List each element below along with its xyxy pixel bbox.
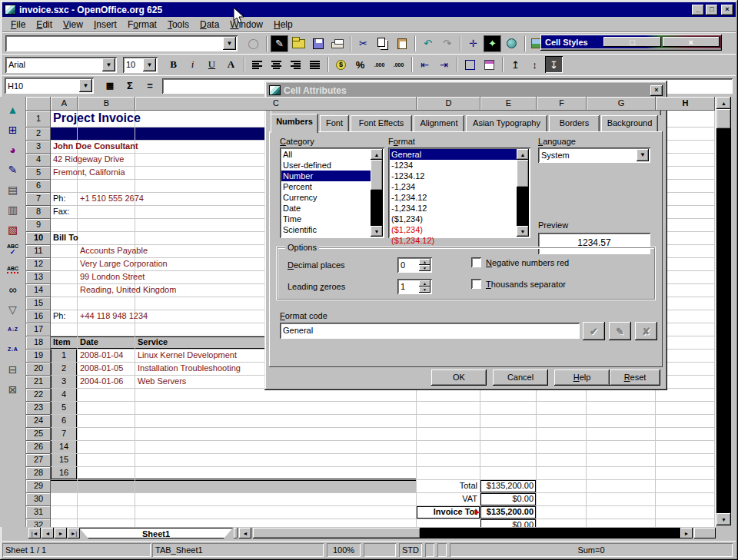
font-size-combobox[interactable]: 10 ▼: [123, 57, 158, 73]
cell-B30[interactable]: [78, 493, 135, 506]
cell-B31[interactable]: [78, 506, 135, 519]
cell-H26[interactable]: [656, 441, 715, 454]
cell-E32[interactable]: $0.00: [480, 519, 537, 527]
cell-A12[interactable]: [51, 258, 78, 271]
cell-E31[interactable]: $135,200.00: [480, 506, 537, 519]
cell-F31[interactable]: [537, 506, 587, 519]
cell-G22[interactable]: [587, 389, 656, 402]
row-header-27[interactable]: 27: [26, 454, 51, 467]
prev-sheet-button-icon[interactable]: ◄: [42, 528, 54, 538]
column-header-C[interactable]: C: [135, 97, 417, 111]
copy-icon[interactable]: [374, 35, 391, 52]
delete-decimal-icon[interactable]: .000: [390, 56, 407, 73]
apply-format-button[interactable]: ✔: [583, 322, 605, 340]
cell-C32[interactable]: [135, 519, 417, 527]
cell-B13[interactable]: 99 London Street: [78, 271, 135, 284]
redo-icon[interactable]: ↷: [438, 35, 456, 52]
cell-A23[interactable]: 5: [51, 402, 78, 415]
cell-B6[interactable]: [78, 180, 135, 193]
cell-B9[interactable]: [78, 219, 135, 232]
format-item-7[interactable]: ($1,234): [390, 224, 529, 235]
cell-C22[interactable]: [135, 389, 417, 402]
decimal-down-icon[interactable]: ▼: [419, 265, 430, 271]
row-header-22[interactable]: 22: [26, 389, 51, 402]
cell-A25[interactable]: 7: [51, 428, 78, 441]
cell-C27[interactable]: [135, 454, 417, 467]
cell-A14[interactable]: [51, 284, 78, 297]
cell-E29[interactable]: $135,200.00: [480, 480, 537, 493]
sum-icon[interactable]: Σ: [121, 78, 138, 94]
cell-F30[interactable]: [537, 493, 587, 506]
row-header-28[interactable]: 28: [26, 467, 51, 480]
tab-asian-typography[interactable]: Asian Typography: [466, 115, 547, 132]
column-header-G[interactable]: G: [587, 97, 656, 111]
cell-A2[interactable]: [51, 128, 78, 141]
tab-font-effects[interactable]: Font Effects: [351, 115, 412, 132]
cell-F23[interactable]: [537, 402, 587, 415]
hscroll-left-icon[interactable]: ◄: [239, 528, 251, 538]
stylist-icon[interactable]: ✦: [484, 35, 501, 52]
row-header-25[interactable]: 25: [26, 428, 51, 441]
dialog-titlebar[interactable]: Cell Attributes ×: [267, 83, 665, 98]
cell-B15[interactable]: [78, 297, 135, 310]
save-icon[interactable]: [309, 35, 327, 52]
leading-up-icon[interactable]: ▲: [419, 280, 430, 287]
reset-button[interactable]: Reset: [610, 369, 660, 386]
row-header-26[interactable]: 26: [26, 441, 51, 454]
cell-E27[interactable]: [480, 454, 537, 467]
cell-A4[interactable]: 42 Ridgeway Drive: [51, 154, 78, 167]
vertical-scroll-track[interactable]: [716, 129, 731, 513]
language-dropdown-icon[interactable]: ▼: [637, 149, 649, 161]
add-decimal-icon[interactable]: .000: [371, 56, 388, 73]
category-scrollbar[interactable]: ▲ ▼: [371, 149, 383, 237]
cell-B17[interactable]: [78, 323, 135, 336]
cell-A13[interactable]: [51, 271, 78, 284]
cell-A18[interactable]: Item: [51, 336, 78, 350]
align-bottom-icon[interactable]: ↧: [545, 56, 563, 73]
thousands-separator-checkbox-box[interactable]: [471, 279, 481, 289]
cell-B10[interactable]: [78, 232, 135, 245]
row-header-23[interactable]: 23: [26, 402, 51, 415]
auto-spellcheck-icon[interactable]: ABC: [3, 260, 23, 279]
cell-E24[interactable]: [480, 415, 537, 428]
tab-alignment[interactable]: Alignment: [414, 115, 464, 132]
cell-D29[interactable]: Total: [417, 480, 480, 493]
navigator-icon[interactable]: ✛: [464, 35, 482, 52]
horizontal-scroll-thumb[interactable]: [253, 528, 421, 538]
close-button[interactable]: ×: [721, 5, 733, 15]
cell-F22[interactable]: [537, 389, 587, 402]
cell-G25[interactable]: [587, 428, 656, 441]
cell-reference-box[interactable]: H10 ▼: [5, 78, 94, 94]
open-icon[interactable]: [290, 35, 308, 52]
cell-A16[interactable]: Ph:: [51, 310, 78, 323]
cell-B29[interactable]: [78, 480, 135, 493]
cell-G26[interactable]: [587, 441, 656, 454]
cell-B26[interactable]: [78, 441, 135, 454]
cell-G23[interactable]: [587, 402, 656, 415]
url-combobox[interactable]: ▼: [5, 35, 238, 51]
format-scroll-track[interactable]: [517, 187, 529, 226]
cell-H31[interactable]: [656, 506, 715, 519]
row-header-15[interactable]: 15: [26, 297, 51, 310]
cell-B19[interactable]: 2008-01-04: [78, 350, 135, 363]
column-header-B[interactable]: B: [78, 97, 135, 111]
row-header-13[interactable]: 13: [26, 271, 51, 284]
cell-D28[interactable]: [417, 467, 480, 480]
row-header-7[interactable]: 7: [26, 193, 51, 206]
title-bar[interactable]: invoice.sxc - OpenOffice.org 625 _ □ ×: [2, 2, 736, 17]
row-header-21[interactable]: 21: [26, 376, 51, 389]
cell-E22[interactable]: [480, 389, 537, 402]
menu-view[interactable]: View: [58, 18, 88, 31]
cell-B25[interactable]: [78, 428, 135, 441]
last-sheet-button-icon[interactable]: ►|: [68, 528, 80, 538]
format-scroll-down-icon[interactable]: ▼: [517, 226, 529, 237]
cell-G30[interactable]: [587, 493, 656, 506]
cell-B18[interactable]: Date: [78, 336, 135, 350]
row-header-10[interactable]: 10: [26, 232, 51, 245]
cell-B22[interactable]: [78, 389, 135, 402]
column-header-D[interactable]: D: [417, 97, 480, 111]
cell-A26[interactable]: 14: [51, 441, 78, 454]
insert-chart-icon[interactable]: ◕: [3, 140, 23, 159]
vertical-scrollbar[interactable]: ▲ ▼: [716, 97, 731, 527]
row-header-29[interactable]: 29: [26, 480, 51, 493]
